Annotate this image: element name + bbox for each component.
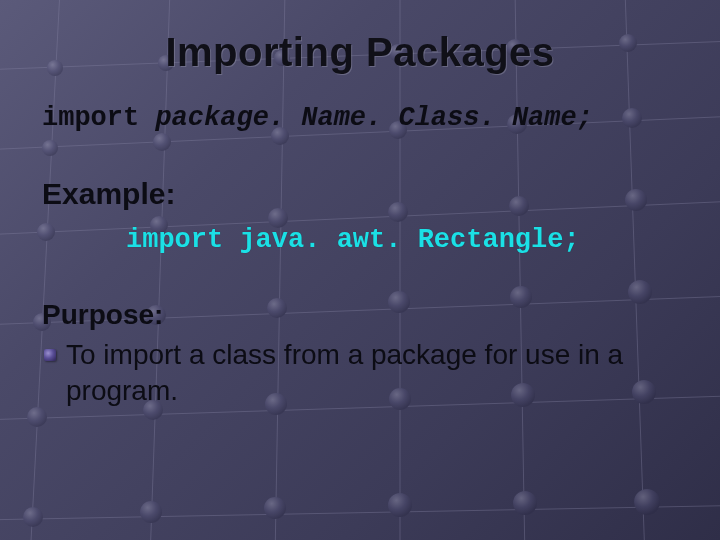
syntax-line: import package. Name. Class. Name; — [42, 103, 678, 133]
svg-point-46 — [388, 493, 412, 517]
purpose-text: To import a class from a package for use… — [66, 337, 678, 410]
example-heading: Example: — [42, 177, 678, 211]
slide: Importing Packages import package. Name.… — [0, 0, 720, 540]
svg-point-37 — [27, 407, 47, 427]
svg-point-48 — [634, 489, 660, 515]
purpose-heading: Purpose: — [42, 299, 678, 331]
slide-title: Importing Packages — [42, 30, 678, 75]
purpose-bullet-line: To import a class from a package for use… — [42, 337, 678, 410]
slide-content: Importing Packages import package. Name.… — [0, 0, 720, 410]
syntax-arguments: package. Name. Class. Name; — [155, 103, 592, 133]
bullet-icon — [44, 349, 56, 361]
svg-point-45 — [264, 497, 286, 519]
purpose-block: Purpose: To import a class from a packag… — [42, 299, 678, 410]
syntax-keyword: import — [42, 103, 155, 133]
svg-line-5 — [0, 505, 720, 520]
svg-point-43 — [23, 507, 43, 527]
svg-point-44 — [140, 501, 162, 523]
example-code: import java. awt. Rectangle; — [126, 225, 678, 255]
svg-point-47 — [513, 491, 537, 515]
